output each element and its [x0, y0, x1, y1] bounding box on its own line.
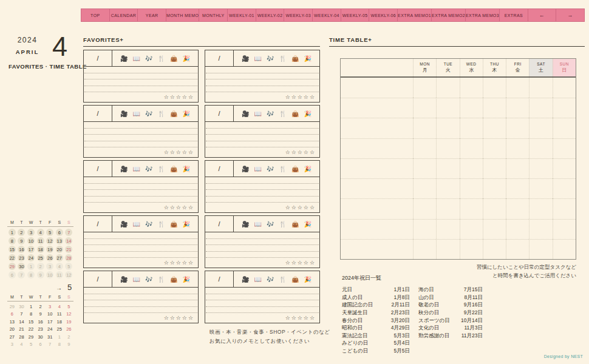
timetable-cell[interactable]	[483, 178, 506, 198]
memo-line[interactable]	[206, 177, 319, 184]
memo-line[interactable]	[84, 135, 197, 141]
nav-arrow-prev[interactable]: ←	[528, 9, 557, 21]
date-field[interactable]: /	[205, 271, 234, 287]
memo-line[interactable]	[84, 79, 197, 86]
timetable-cell[interactable]	[341, 239, 413, 259]
timetable-cell[interactable]	[460, 118, 483, 138]
nav-tab-weekly-03[interactable]: WEEKLY-03	[284, 9, 313, 21]
timetable-cell[interactable]	[460, 138, 483, 158]
date-field[interactable]: /	[84, 106, 112, 121]
timetable-cell[interactable]	[460, 219, 483, 239]
timetable-cell[interactable]	[341, 198, 413, 218]
nav-tab-monthly[interactable]: MONTHLY	[199, 9, 228, 21]
timetable-cell[interactable]	[436, 198, 459, 218]
timetable-cell[interactable]	[483, 239, 506, 259]
star-rating[interactable]: ☆☆☆☆☆	[84, 92, 198, 102]
timetable-cell[interactable]	[413, 219, 436, 239]
date-field[interactable]: /	[84, 161, 112, 177]
timetable-cell[interactable]	[341, 78, 413, 98]
memo-line[interactable]	[206, 190, 319, 197]
star-rating[interactable]: ☆☆☆☆☆	[84, 258, 198, 268]
timetable-cell[interactable]	[529, 118, 552, 138]
memo-line[interactable]	[84, 252, 197, 258]
timetable-cell[interactable]	[553, 78, 576, 98]
timetable-cell[interactable]	[506, 219, 529, 239]
timetable-cell[interactable]	[529, 219, 552, 239]
timetable-cell[interactable]	[436, 219, 459, 239]
memo-line[interactable]	[84, 288, 197, 294]
timetable-cell[interactable]	[460, 198, 483, 218]
memo-line[interactable]	[206, 67, 319, 73]
timetable-cell[interactable]	[413, 78, 436, 98]
timetable-cell[interactable]	[506, 239, 529, 259]
memo-line[interactable]	[84, 129, 197, 135]
memo-line[interactable]	[84, 122, 197, 129]
memo-line[interactable]	[206, 252, 319, 258]
date-field[interactable]: /	[84, 271, 112, 287]
timetable-cell[interactable]	[553, 239, 576, 259]
timetable-cell[interactable]	[436, 98, 459, 118]
next-month-link[interactable]: →5	[7, 283, 73, 292]
memo-line[interactable]	[84, 307, 197, 314]
memo-line[interactable]	[206, 86, 319, 93]
star-rating[interactable]: ☆☆☆☆☆	[205, 258, 319, 268]
timetable-cell[interactable]	[553, 158, 576, 178]
nav-tab-weekly-01[interactable]: WEEKLY-01	[228, 9, 256, 21]
timetable-cell[interactable]	[506, 198, 529, 218]
memo-line[interactable]	[84, 197, 197, 203]
timetable-cell[interactable]	[483, 219, 506, 239]
memo-line[interactable]	[84, 300, 197, 307]
timetable-cell[interactable]	[341, 138, 413, 158]
timetable-cell[interactable]	[413, 138, 436, 158]
memo-line[interactable]	[84, 239, 197, 246]
timetable-cell[interactable]	[413, 98, 436, 118]
memo-line[interactable]	[206, 135, 319, 141]
timetable-cell[interactable]	[553, 98, 576, 118]
memo-line[interactable]	[84, 294, 197, 301]
timetable-cell[interactable]	[483, 158, 506, 178]
memo-line[interactable]	[206, 122, 319, 129]
nav-tab-weekly-02[interactable]: WEEKLY-02	[256, 9, 285, 21]
nav-tab-month-memo[interactable]: MONTH MEMO	[166, 9, 199, 21]
date-field[interactable]: /	[205, 161, 234, 177]
timetable-cell[interactable]	[506, 158, 529, 178]
timetable-cell[interactable]	[436, 118, 459, 138]
nav-tab-top[interactable]: TOP	[81, 9, 110, 21]
nav-tab-weekly-04[interactable]: WEEKLY-04	[313, 9, 341, 21]
timetable-cell[interactable]	[506, 138, 529, 158]
nav-arrow-next[interactable]: →	[556, 9, 584, 21]
timetable-cell[interactable]	[483, 118, 506, 138]
nav-tab-extra-memo3[interactable]: EXTRA MEMO3	[466, 9, 500, 21]
timetable-cell[interactable]	[413, 198, 436, 218]
timetable-cell[interactable]	[529, 178, 552, 198]
timetable-cell[interactable]	[460, 78, 483, 98]
memo-line[interactable]	[206, 141, 319, 148]
timetable-cell[interactable]	[341, 98, 413, 118]
memo-line[interactable]	[206, 73, 319, 80]
memo-line[interactable]	[206, 307, 319, 314]
timetable-cell[interactable]	[460, 98, 483, 118]
memo-line[interactable]	[84, 177, 197, 184]
timetable-cell[interactable]	[460, 158, 483, 178]
star-rating[interactable]: ☆☆☆☆☆	[84, 313, 198, 323]
date-field[interactable]: /	[84, 216, 112, 232]
nav-tab-year[interactable]: YEAR	[138, 9, 166, 21]
timetable-cell[interactable]	[341, 158, 413, 178]
timetable-cell[interactable]	[529, 78, 552, 98]
memo-line[interactable]	[206, 294, 319, 301]
memo-line[interactable]	[84, 184, 197, 190]
timetable-cell[interactable]	[413, 178, 436, 198]
memo-line[interactable]	[84, 141, 197, 148]
timetable-cell[interactable]	[529, 98, 552, 118]
timetable-cell[interactable]	[553, 118, 576, 138]
timetable-cell[interactable]	[506, 78, 529, 98]
timetable-cell[interactable]	[413, 239, 436, 259]
timetable-cell[interactable]	[553, 219, 576, 239]
memo-line[interactable]	[206, 79, 319, 86]
date-field[interactable]: /	[84, 50, 112, 66]
nav-tab-weekly-06[interactable]: WEEKLY-06	[369, 9, 398, 21]
timetable-cell[interactable]	[553, 138, 576, 158]
memo-line[interactable]	[84, 245, 197, 252]
timetable-cell[interactable]	[436, 239, 459, 259]
memo-line[interactable]	[84, 73, 197, 80]
